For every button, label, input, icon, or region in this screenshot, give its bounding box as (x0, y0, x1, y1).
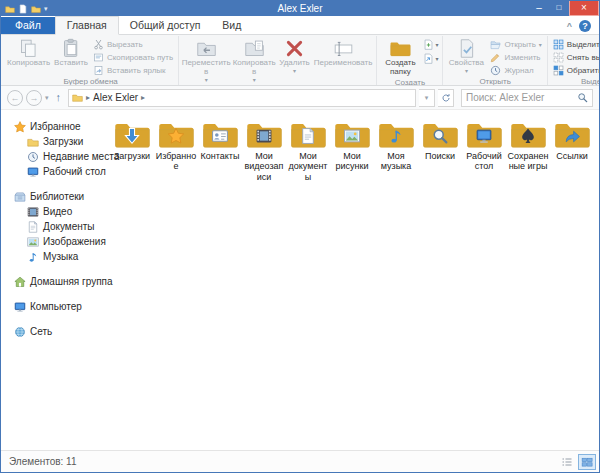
breadcrumb-chevron-icon[interactable]: ▸ (141, 93, 145, 102)
ribbon-collapse-icon[interactable]: ^ (567, 21, 572, 31)
computer-icon (14, 301, 26, 313)
address-bar[interactable]: ▸ Alex Exler ▸ (68, 89, 416, 107)
magnifier-overlay-icon (432, 128, 449, 145)
folder-item-links[interactable]: Ссылки (551, 120, 593, 182)
refresh-button[interactable] (438, 89, 454, 107)
documents-folder-icon (290, 120, 327, 149)
download-arrow-overlay-icon (124, 128, 141, 145)
maximize-button[interactable]: □ (549, 1, 569, 16)
select-none-button[interactable]: Снять выделение (550, 51, 599, 64)
music-folder-icon (378, 120, 415, 149)
history-button[interactable]: Журнал (487, 64, 544, 77)
properties-button[interactable]: Свойства ▾ (445, 37, 487, 75)
folder-item-searches[interactable]: Поиски (419, 120, 461, 182)
video-icon (27, 206, 39, 218)
address-history-dropdown-button[interactable]: ▾ (419, 89, 435, 107)
forward-button[interactable]: → (26, 90, 42, 106)
breadcrumb-chevron-icon[interactable]: ▸ (86, 93, 90, 102)
dropdown-arrow-icon: ▾ (205, 77, 208, 83)
copy-to-button[interactable]: Копировать в ▾ (231, 37, 277, 84)
delete-button[interactable]: Удалить ▾ (277, 37, 312, 75)
sidebar-item-desktop[interactable]: Рабочий стол (1, 164, 105, 179)
star-icon (14, 121, 26, 133)
move-to-button[interactable]: Переместить в ▾ (181, 37, 231, 84)
up-button[interactable]: ↑ (52, 92, 66, 103)
tab-file[interactable]: Файл (1, 17, 55, 34)
tab-share[interactable]: Общий доступ (119, 17, 212, 34)
folder-item-contacts[interactable]: Контакты (199, 120, 241, 182)
copy-path-button[interactable]: Скопировать путь (90, 51, 176, 64)
libraries-icon (14, 191, 26, 203)
new-item-icon (423, 39, 434, 50)
dropdown-arrow-icon: ▾ (539, 41, 542, 48)
help-button[interactable]: ? (579, 20, 591, 32)
select-all-icon (553, 39, 564, 50)
link-arrow-overlay-icon (564, 128, 581, 145)
folder-item-music[interactable]: Моя музыка (375, 120, 417, 182)
select-all-button[interactable]: Выделить все (550, 38, 599, 51)
sidebar-item-libraries[interactable]: Библиотеки (1, 189, 105, 204)
new-folder-button[interactable]: Создать папку (379, 37, 421, 78)
copy-button[interactable]: Копировать (5, 37, 52, 69)
edit-button[interactable]: Изменить (487, 51, 544, 64)
new-item-button[interactable]: ▾ (423, 39, 438, 50)
sidebar-item-favorites[interactable]: Избранное (1, 119, 105, 134)
view-large-icons-button[interactable] (578, 454, 596, 470)
close-button[interactable]: × (569, 1, 599, 16)
sidebar-item-downloads[interactable]: Загрузки (1, 134, 105, 149)
sidebar-item-videos[interactable]: Видео (1, 204, 105, 219)
desktop-icon (27, 166, 39, 178)
cut-button[interactable]: Вырезать (90, 38, 176, 51)
sidebar-item-music[interactable]: Музыка (1, 249, 105, 264)
sidebar-item-recent-places[interactable]: Недавние места (1, 149, 105, 164)
folder-item-desktop[interactable]: Рабочий стол (463, 120, 505, 182)
search-icon[interactable] (577, 92, 588, 103)
invert-selection-button[interactable]: Обратить выделение (550, 64, 599, 77)
back-button[interactable]: ← (7, 90, 23, 106)
sidebar-item-documents[interactable]: Документы (1, 219, 105, 234)
open-button[interactable]: Открыть ▾ (487, 38, 544, 51)
music-note-overlay-icon (388, 128, 405, 145)
sidebar-item-homegroup[interactable]: Домашняя группа (1, 274, 105, 289)
rename-button[interactable]: Переименовать (312, 37, 375, 69)
sidebar-item-network[interactable]: Сеть (1, 324, 105, 339)
ribbon-group-open: Свойства ▾ Открыть ▾ Изменить (443, 36, 547, 85)
easy-access-button[interactable]: ▾ (423, 53, 438, 64)
qat-new-folder-icon[interactable] (31, 4, 41, 14)
breadcrumb-segment[interactable]: Alex Exler (93, 92, 138, 103)
recent-locations-dropdown-icon[interactable]: ▾ (45, 94, 49, 102)
document-overlay-icon (300, 128, 317, 145)
view-details-button[interactable] (558, 454, 576, 470)
videos-folder-icon (246, 120, 283, 149)
dropdown-arrow-icon: ▾ (293, 68, 296, 74)
dropdown-arrow-icon: ▾ (465, 68, 468, 74)
minimize-button[interactable]: – (529, 1, 549, 16)
paste-shortcut-button[interactable]: Вставить ярлык (90, 64, 176, 77)
folder-item-pictures[interactable]: Мои рисунки (331, 120, 373, 182)
folder-item-downloads[interactable]: Загрузки (111, 120, 153, 182)
sidebar-item-computer[interactable]: Компьютер (1, 299, 105, 314)
contacts-folder-icon (202, 120, 239, 149)
ribbon-group-create: Создать папку ▾ ▾ Создать (377, 36, 443, 85)
folder-item-documents[interactable]: Мои документы (287, 120, 329, 182)
folder-item-saved-games[interactable]: Сохраненные игры (507, 120, 549, 182)
paste-button[interactable]: Вставить (52, 37, 90, 69)
address-folder-icon (72, 92, 83, 103)
picture-icon (27, 236, 39, 248)
group-label-select: Выделить (548, 77, 599, 86)
picture-overlay-icon (344, 128, 361, 145)
sidebar-item-pictures[interactable]: Изображения (1, 234, 105, 249)
qat-dropdown-icon[interactable]: ▾ (44, 5, 48, 12)
folder-item-favorites[interactable]: Избранное (155, 120, 197, 182)
searches-folder-icon (422, 120, 459, 149)
qat-properties-icon[interactable] (18, 4, 28, 14)
refresh-icon (441, 93, 451, 103)
group-label-open: Открыть (443, 77, 546, 86)
tab-view[interactable]: Вид (211, 17, 252, 34)
search-input[interactable] (466, 92, 577, 103)
film-overlay-icon (256, 128, 273, 145)
folder-item-videos[interactable]: Мои видеозаписи (243, 120, 285, 182)
game-spade-overlay-icon (520, 128, 537, 145)
group-label-create: Создать (377, 78, 442, 86)
tab-home[interactable]: Главная (55, 16, 119, 35)
